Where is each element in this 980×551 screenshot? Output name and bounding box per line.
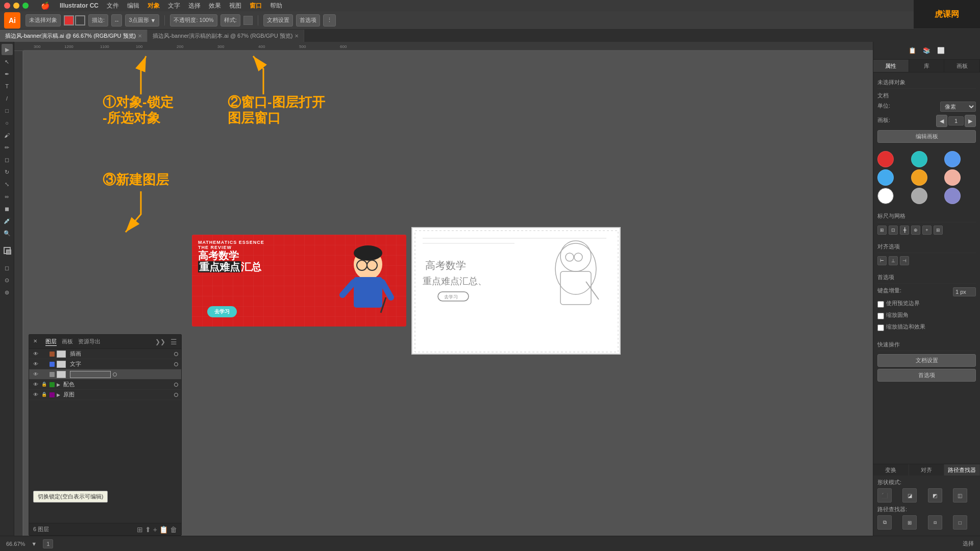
lock-icon[interactable] (41, 361, 47, 367)
rect-tool[interactable]: □ (2, 105, 13, 116)
artboard-prev[interactable]: ◀ (936, 115, 947, 127)
artboards-icon[interactable]: ⬜ (936, 45, 947, 56)
ellipse-tool[interactable]: ○ (2, 117, 13, 129)
lock-icon[interactable] (41, 371, 47, 378)
intersect-btn[interactable]: ◩ (928, 488, 942, 503)
draw-normal-mode[interactable]: ◻ (2, 262, 13, 273)
layer-options-icon[interactable] (174, 362, 178, 366)
canvas-area[interactable]: 300 1200 1100 100 200 300 400 500 600 (14, 42, 873, 536)
layers-collapse[interactable]: ❯❯ (155, 338, 165, 345)
layers-tab-export[interactable]: 资源导出 (78, 338, 101, 345)
banner-design[interactable]: MATHEMATICS ESSENCE THE REVIEW 高考数学 重点难点… (192, 235, 406, 327)
scale-strokes-check[interactable] (877, 301, 884, 308)
preferences-btn-panel[interactable]: 首选项 (877, 369, 976, 382)
properties-icon[interactable]: 📋 (907, 45, 918, 56)
menu-object[interactable]: 对象 (148, 2, 160, 10)
menu-help[interactable]: 帮助 (270, 2, 282, 10)
swatch-orange[interactable] (911, 169, 927, 186)
fill-stroke-toggle[interactable] (2, 245, 13, 256)
outline-btn[interactable]: □ (953, 515, 967, 530)
fill-color[interactable] (64, 15, 74, 26)
menu-window[interactable]: 窗口 (250, 2, 262, 10)
layer-row-peise[interactable]: 👁 🔒 ▶ 配色 (29, 380, 181, 390)
delete-layer-btn[interactable]: 🗑 (170, 525, 177, 534)
tab-libraries[interactable]: 库 (909, 60, 945, 72)
swatch-light-blue[interactable] (877, 169, 894, 186)
align-center-icon[interactable]: ⊥ (889, 256, 898, 265)
stroke-color[interactable] (75, 15, 85, 26)
swatch-red[interactable] (877, 151, 894, 167)
libraries-icon[interactable]: 📚 (921, 45, 933, 56)
layers-menu[interactable]: ☰ (170, 338, 177, 346)
layer-options-icon[interactable] (113, 372, 117, 377)
swatch-teal[interactable] (911, 151, 927, 167)
visibility-eye-icon[interactable]: 👁 (32, 371, 39, 378)
style-swatch[interactable] (243, 16, 253, 25)
new-layer-btn[interactable]: + (153, 525, 157, 534)
menu-text[interactable]: 文字 (168, 2, 180, 10)
snap-add-icon[interactable]: + (922, 226, 932, 235)
scale-tool[interactable]: ⤡ (2, 179, 13, 190)
doc-settings-btn[interactable]: 文档设置 (263, 14, 293, 27)
layer-options-icon[interactable] (174, 352, 178, 356)
tab-1-close[interactable]: ✕ (138, 33, 142, 39)
opacity-control[interactable]: 不透明度: 100% (170, 14, 217, 27)
sketch-design[interactable]: 高考数学 重点难点汇总、 去学习 (411, 227, 621, 355)
visibility-eye-icon[interactable]: 👁 (32, 381, 39, 388)
edit-artboard-btn[interactable]: 编辑画板 (877, 130, 976, 143)
layer-options-icon[interactable] (174, 383, 178, 387)
exclude-btn[interactable]: ◫ (953, 488, 967, 503)
type-tool[interactable]: T (2, 81, 13, 92)
expand-arrow[interactable]: ▶ (57, 382, 60, 387)
lock-icon[interactable]: 🔒 (41, 392, 47, 398)
blend-tool[interactable]: ∞ (2, 191, 13, 202)
layer-name-input[interactable] (70, 371, 111, 378)
shape-options[interactable]: 3点圆形 ▼ (125, 14, 159, 27)
menu-select[interactable]: 选择 (188, 2, 201, 10)
tab-transform[interactable]: 变换 (873, 464, 909, 475)
visibility-eye-icon[interactable]: 👁 (32, 391, 39, 398)
snap-grid-icon[interactable]: ⊞ (877, 226, 887, 235)
lock-icon[interactable]: 🔒 (41, 382, 47, 388)
arrange-menu[interactable]: ⋮ (323, 14, 336, 27)
close-button[interactable] (4, 3, 10, 9)
tab-artboards[interactable]: 画板 (944, 60, 980, 72)
swatch-blue[interactable] (944, 151, 961, 167)
menu-edit[interactable]: 编辑 (127, 2, 139, 10)
crop-btn[interactable]: ⧈ (928, 515, 942, 530)
tab-align[interactable]: 对齐 (909, 464, 945, 475)
swatch-pink[interactable] (944, 169, 961, 186)
snap-guide-icon[interactable]: ╋ (900, 226, 909, 235)
eyedropper-tool[interactable]: 💉 (2, 215, 13, 227)
draw-inside-mode[interactable]: ⊙ (2, 274, 13, 286)
snap-ref-icon[interactable]: ⊞ (934, 226, 943, 235)
expand-arrow[interactable]: ▶ (57, 392, 60, 397)
add-sublayer-btn[interactable]: ⊞ (137, 525, 143, 534)
merge-btn[interactable]: ⊞ (902, 515, 917, 530)
swatch-gray[interactable] (911, 188, 927, 204)
artboard-next[interactable]: ▶ (965, 115, 976, 127)
maximize-button[interactable] (22, 3, 29, 9)
swatch-lavender[interactable] (944, 188, 961, 204)
lock-icon[interactable] (41, 351, 47, 357)
snap-point-icon[interactable]: ⊡ (889, 226, 898, 235)
artboard-input[interactable] (948, 116, 964, 126)
zoom-tool[interactable]: 🔍 (2, 228, 13, 239)
align-right-icon[interactable]: ⊣ (900, 256, 909, 265)
round-corners-check[interactable] (877, 313, 884, 319)
tab-pathfinder[interactable]: 路径查找器 (944, 464, 980, 475)
visibility-eye-icon[interactable]: 👁 (32, 350, 39, 358)
move-to-new-layer-btn[interactable]: 📋 (159, 525, 168, 534)
layer-row-chuhua[interactable]: 👁 插画 (29, 349, 181, 359)
layer-row-editing[interactable]: 👁 (29, 369, 181, 380)
snap-connect-icon[interactable]: ⊕ (911, 226, 920, 235)
direct-select-tool[interactable]: ↖ (2, 56, 13, 67)
apple-icon[interactable]: 🍎 (41, 2, 50, 10)
layers-tab-layers[interactable]: 图层 (45, 338, 57, 346)
layers-tab-boards[interactable]: 画板 (62, 338, 73, 345)
visibility-eye-icon[interactable]: 👁 (32, 361, 39, 368)
doc-settings-btn-panel[interactable]: 文档设置 (877, 354, 976, 367)
unit-select[interactable]: 像素 点 毫米 (940, 102, 976, 112)
pen-tool[interactable]: ✒ (2, 68, 13, 80)
layer-row-yuantu[interactable]: 👁 🔒 ▶ 原图 (29, 390, 181, 400)
